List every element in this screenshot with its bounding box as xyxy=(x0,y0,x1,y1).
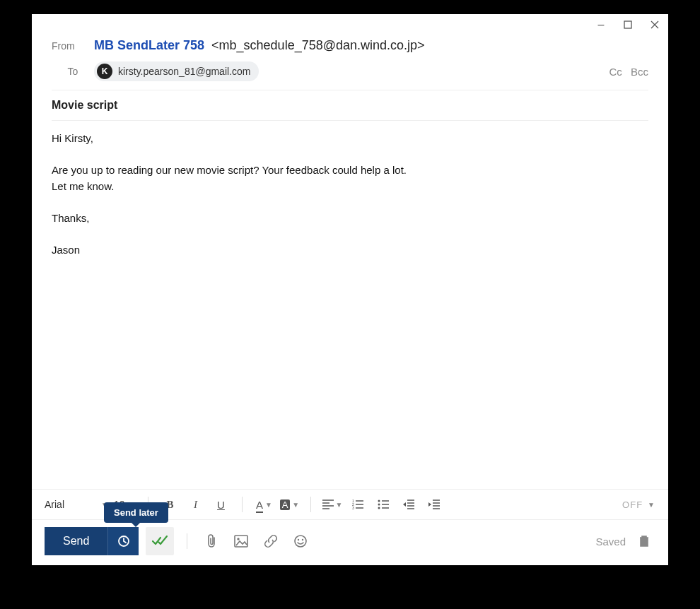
bcc-button[interactable]: Bcc xyxy=(631,66,648,78)
underline-button[interactable]: U xyxy=(211,495,231,514)
subject-row[interactable]: Movie script xyxy=(52,90,648,121)
discard-button[interactable] xyxy=(633,530,655,552)
cc-bcc-group: Cc Bcc xyxy=(603,66,648,78)
send-button[interactable]: Send xyxy=(45,527,107,555)
minimize-button[interactable]: – xyxy=(595,18,607,31)
svg-point-10 xyxy=(295,536,306,547)
bullet-list-button[interactable] xyxy=(373,495,393,514)
svg-point-12 xyxy=(302,539,303,540)
separator xyxy=(242,497,243,512)
chevron-down-icon: ▼ xyxy=(292,501,299,509)
compose-window: – From MB SendLater 758 <mb_schedule_758… xyxy=(32,14,668,565)
highlight-color-button[interactable]: A ▼ xyxy=(279,495,299,514)
double-check-icon xyxy=(152,536,168,547)
cc-button[interactable]: Cc xyxy=(609,66,622,78)
from-row: From MB SendLater 758 <mb_schedule_758@d… xyxy=(52,34,648,57)
link-icon xyxy=(264,534,278,548)
separator xyxy=(187,533,187,549)
outdent-button[interactable] xyxy=(399,495,419,514)
from-label: From xyxy=(52,40,94,52)
recipient-chip[interactable]: K kirsty.pearson_81@gmail.com xyxy=(94,61,259,81)
svg-point-6 xyxy=(378,507,380,509)
chevron-down-icon: ▼ xyxy=(265,501,272,509)
close-button[interactable] xyxy=(648,18,661,31)
svg-point-9 xyxy=(238,538,240,540)
svg-point-5 xyxy=(378,504,380,506)
action-toolbar: Send later Send Saved xyxy=(32,520,668,565)
read-receipt-button[interactable] xyxy=(146,527,174,555)
chevron-down-icon: ▼ xyxy=(648,501,655,509)
align-button[interactable]: ▼ xyxy=(322,495,342,514)
message-body[interactable]: Hi Kirsty, Are you up to reading our new… xyxy=(32,121,668,489)
svg-text:3: 3 xyxy=(352,506,354,509)
numbered-list-button[interactable]: 123 xyxy=(348,495,368,514)
header-section: From MB SendLater 758 <mb_schedule_758@d… xyxy=(32,31,668,121)
send-group: Send later Send xyxy=(45,527,139,555)
smiley-icon xyxy=(293,534,308,548)
window-titlebar: – xyxy=(32,14,668,31)
paperclip-icon xyxy=(205,534,218,548)
insert-link-button[interactable] xyxy=(259,530,282,552)
maximize-button[interactable] xyxy=(622,18,634,31)
send-later-tooltip: Send later xyxy=(104,502,168,523)
italic-button[interactable]: I xyxy=(185,495,205,514)
clock-icon xyxy=(117,535,130,548)
separator xyxy=(310,497,311,512)
to-label: To xyxy=(52,66,94,77)
svg-point-11 xyxy=(298,539,299,540)
emoji-button[interactable] xyxy=(289,530,312,552)
to-row: To K kirsty.pearson_81@gmail.com Cc Bcc xyxy=(52,57,648,85)
font-family-select[interactable]: Arial ▼ xyxy=(45,499,108,510)
attach-button[interactable] xyxy=(200,530,223,552)
saved-status: Saved xyxy=(595,536,626,548)
svg-rect-0 xyxy=(624,21,631,28)
image-icon xyxy=(234,535,248,548)
trash-icon xyxy=(638,535,650,548)
send-later-button[interactable] xyxy=(107,527,139,555)
recipient-address: kirsty.pearson_81@gmail.com xyxy=(118,66,250,77)
from-name[interactable]: MB SendLater 758 xyxy=(94,38,204,53)
avatar: K xyxy=(97,64,112,79)
font-color-button[interactable]: A ▼ xyxy=(254,495,274,514)
from-address: <mb_schedule_758@dan.wind.co.jp> xyxy=(211,38,424,53)
svg-point-4 xyxy=(378,500,380,502)
chevron-down-icon: ▼ xyxy=(336,501,343,509)
subject-field[interactable]: Movie script xyxy=(52,99,648,112)
saved-status-group: Saved xyxy=(595,530,655,552)
indent-button[interactable] xyxy=(424,495,444,514)
insert-image-button[interactable] xyxy=(230,530,252,552)
tracking-toggle[interactable]: OFF ▼ xyxy=(622,499,655,510)
